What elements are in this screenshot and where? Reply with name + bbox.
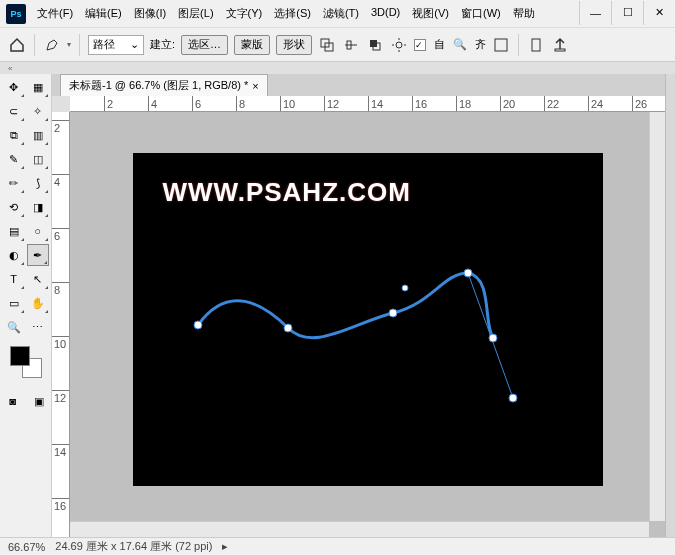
color-swatches[interactable]	[10, 346, 42, 378]
zoom-tool[interactable]: 🔍	[3, 316, 25, 338]
share-icon[interactable]	[551, 36, 569, 54]
tab-bar: 未标题-1 @ 66.7% (图层 1, RGB/8) * ×	[52, 74, 665, 96]
toolbox: ✥ ▦ ⊂ ✧ ⧉ ▥ ✎ ◫ ✏ ⟆ ⟲ ◨ ▤ ○ ◐ ✒ T ↖ ▭ ✋ …	[0, 74, 52, 537]
anchor-point[interactable]	[464, 269, 472, 277]
blur-tool[interactable]: ○	[27, 220, 49, 242]
patch-tool[interactable]: ◫	[27, 148, 49, 170]
auto-add-label: 自	[434, 37, 445, 52]
tab-title: 未标题-1 @ 66.7% (图层 1, RGB/8) *	[69, 78, 248, 93]
canvas[interactable]: WWW.PSAHZ.COM	[133, 153, 603, 486]
align-edges-label: 齐	[475, 37, 486, 52]
home-icon[interactable]	[8, 36, 26, 54]
path-ops-icon[interactable]	[318, 36, 336, 54]
path-overlay	[133, 153, 603, 486]
menu-image[interactable]: 图像(I)	[129, 2, 171, 25]
menu-3d[interactable]: 3D(D)	[366, 2, 405, 25]
overlay-icon[interactable]	[492, 36, 510, 54]
menu-layer[interactable]: 图层(L)	[173, 2, 218, 25]
status-bar: 66.67% 24.69 厘米 x 17.64 厘米 (72 ppi) ▸	[0, 537, 675, 555]
artboard-tool[interactable]: ▦	[27, 76, 49, 98]
collapse-bar[interactable]: «	[0, 62, 675, 74]
brush-tool[interactable]: ✏	[3, 172, 25, 194]
zoom-level[interactable]: 66.67%	[8, 541, 45, 553]
document-dimensions[interactable]: 24.69 厘米 x 17.64 厘米 (72 ppi)	[55, 539, 212, 554]
zoom-fit-icon[interactable]: 🔍	[451, 36, 469, 54]
vertical-scrollbar[interactable]	[649, 112, 665, 521]
clipboard-icon[interactable]	[527, 36, 545, 54]
make-shape-button[interactable]: 形状	[276, 35, 312, 55]
handle-point[interactable]	[402, 285, 408, 291]
menu-help[interactable]: 帮助	[508, 2, 540, 25]
options-bar: ▾ 路径 ⌄ 建立: 选区… 蒙版 形状 自 🔍 齐	[0, 28, 675, 62]
chevron-down-icon: ⌄	[130, 38, 139, 51]
menu-filter[interactable]: 滤镜(T)	[318, 2, 364, 25]
svg-rect-7	[495, 39, 507, 51]
stamp-tool[interactable]: ⟆	[27, 172, 49, 194]
svg-rect-9	[555, 49, 565, 51]
quick-mask-mode[interactable]: ▣	[28, 390, 50, 412]
svg-rect-8	[532, 39, 540, 51]
window-controls: — ☐ ✕	[579, 3, 675, 25]
menu-select[interactable]: 选择(S)	[269, 2, 316, 25]
anchor-point[interactable]	[194, 321, 202, 329]
anchor-point[interactable]	[489, 334, 497, 342]
bezier-path[interactable]	[198, 273, 493, 338]
eraser-tool[interactable]: ◨	[27, 196, 49, 218]
tool-mode-label: 路径	[93, 37, 115, 52]
close-button[interactable]: ✕	[643, 1, 675, 25]
maximize-button[interactable]: ☐	[611, 1, 643, 25]
path-arrange-icon[interactable]	[366, 36, 384, 54]
settings-gear-icon[interactable]	[390, 36, 408, 54]
edit-toolbar[interactable]: ⋯	[27, 316, 49, 338]
eyedropper-tool[interactable]: ✎	[3, 148, 25, 170]
slice-tool[interactable]: ▥	[27, 124, 49, 146]
canvas-viewport[interactable]: WWW.PSAHZ.COM	[70, 112, 665, 537]
tab-close-icon[interactable]: ×	[252, 80, 258, 92]
menu-bar: 文件(F) 编辑(E) 图像(I) 图层(L) 文字(Y) 选择(S) 滤镜(T…	[32, 2, 579, 25]
handle-point[interactable]	[509, 394, 517, 402]
make-mask-button[interactable]: 蒙版	[234, 35, 270, 55]
crop-tool[interactable]: ⧉	[3, 124, 25, 146]
menu-view[interactable]: 视图(V)	[407, 2, 454, 25]
document-tab[interactable]: 未标题-1 @ 66.7% (图层 1, RGB/8) * ×	[60, 74, 268, 96]
menu-file[interactable]: 文件(F)	[32, 2, 78, 25]
quick-mask-standard[interactable]: ◙	[2, 390, 24, 412]
history-brush-tool[interactable]: ⟲	[3, 196, 25, 218]
horizontal-ruler[interactable]: 02468101214161820222426	[70, 96, 665, 112]
anchor-point[interactable]	[389, 309, 397, 317]
vertical-ruler[interactable]: 246810121416	[52, 112, 70, 537]
minimize-button[interactable]: —	[579, 1, 611, 25]
pen-tool[interactable]: ✒	[27, 244, 49, 266]
document-area: 未标题-1 @ 66.7% (图层 1, RGB/8) * × 02468101…	[52, 74, 665, 537]
menu-window[interactable]: 窗口(W)	[456, 2, 506, 25]
path-select-tool[interactable]: ↖	[27, 268, 49, 290]
make-selection-button[interactable]: 选区…	[181, 35, 228, 55]
tool-mode-dropdown[interactable]: 路径 ⌄	[88, 35, 144, 55]
path-align-icon[interactable]	[342, 36, 360, 54]
magic-wand-tool[interactable]: ✧	[27, 100, 49, 122]
gradient-tool[interactable]: ▤	[3, 220, 25, 242]
type-tool[interactable]: T	[3, 268, 25, 290]
pen-tool-icon[interactable]	[43, 36, 61, 54]
panel-dock[interactable]	[665, 74, 675, 537]
status-arrow-icon[interactable]: ▸	[222, 540, 228, 553]
move-tool[interactable]: ✥	[3, 76, 25, 98]
make-label: 建立:	[150, 37, 175, 52]
app-logo: Ps	[6, 4, 26, 24]
auto-add-checkbox[interactable]	[414, 39, 426, 51]
foreground-color[interactable]	[10, 346, 30, 366]
title-bar: Ps 文件(F) 编辑(E) 图像(I) 图层(L) 文字(Y) 选择(S) 滤…	[0, 0, 675, 28]
svg-point-6	[396, 42, 402, 48]
menu-type[interactable]: 文字(Y)	[221, 2, 268, 25]
menu-edit[interactable]: 编辑(E)	[80, 2, 127, 25]
work-area: ✥ ▦ ⊂ ✧ ⧉ ▥ ✎ ◫ ✏ ⟆ ⟲ ◨ ▤ ○ ◐ ✒ T ↖ ▭ ✋ …	[0, 74, 675, 537]
anchor-point[interactable]	[284, 324, 292, 332]
hand-tool[interactable]: ✋	[27, 292, 49, 314]
dodge-tool[interactable]: ◐	[3, 244, 25, 266]
rectangle-tool[interactable]: ▭	[3, 292, 25, 314]
horizontal-scrollbar[interactable]	[70, 521, 649, 537]
lasso-tool[interactable]: ⊂	[3, 100, 25, 122]
